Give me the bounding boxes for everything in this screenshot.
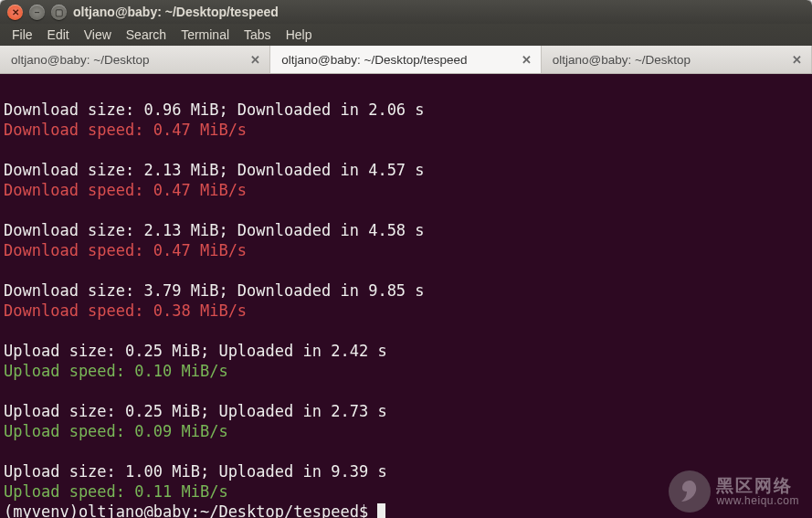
cursor-icon (377, 503, 385, 518)
tab-label: oltjano@baby: ~/Desktop (553, 53, 691, 67)
window-title: oltjano@baby: ~/Desktop/tespeed (73, 5, 279, 19)
menu-tabs[interactable]: Tabs (237, 26, 278, 44)
menu-view[interactable]: View (78, 26, 118, 44)
menu-search[interactable]: Search (120, 26, 173, 44)
maximize-icon[interactable]: ▢ (51, 5, 67, 20)
tab-label: oltjano@baby: ~/Desktop (11, 53, 149, 67)
close-tab-icon[interactable]: ✕ (522, 53, 532, 67)
terminal-window: ✕ – ▢ oltjano@baby: ~/Desktop/tespeed Fi… (0, 0, 812, 518)
close-tab-icon[interactable]: ✕ (792, 53, 802, 67)
menu-file[interactable]: File (5, 26, 39, 44)
tab-label: oltjano@baby: ~/Desktop/tespeed (281, 53, 467, 67)
menu-terminal[interactable]: Terminal (174, 26, 236, 44)
tab-1[interactable]: oltjano@baby: ~/Desktop ✕ (0, 46, 270, 73)
close-tab-icon[interactable]: ✕ (250, 53, 260, 67)
terminal-body[interactable]: Download size: 0.96 MiB; Downloaded in 2… (0, 74, 812, 518)
close-icon[interactable]: ✕ (7, 5, 23, 20)
menubar: File Edit View Search Terminal Tabs Help (0, 24, 812, 46)
minimize-icon[interactable]: – (29, 5, 45, 20)
titlebar: ✕ – ▢ oltjano@baby: ~/Desktop/tespeed (0, 0, 812, 24)
menu-edit[interactable]: Edit (41, 26, 76, 44)
tab-2[interactable]: oltjano@baby: ~/Desktop/tespeed ✕ (270, 46, 541, 73)
tabstrip: oltjano@baby: ~/Desktop ✕ oltjano@baby: … (0, 46, 812, 74)
tab-3[interactable]: oltjano@baby: ~/Desktop ✕ (542, 46, 812, 73)
menu-help[interactable]: Help (279, 26, 319, 44)
